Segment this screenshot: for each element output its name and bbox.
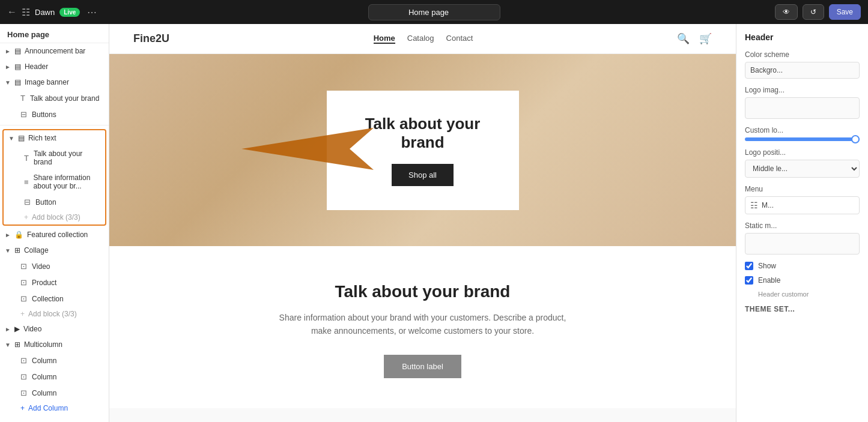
back-icon[interactable]: ← <box>7 7 17 17</box>
rich-text-children: T Talk about your brand ≡ Share informat… <box>4 146 105 225</box>
sidebar-item-header[interactable]: ► ▤ Header <box>0 59 109 74</box>
logo-position-label: Logo positi... <box>745 148 860 157</box>
store-name: Dawn <box>35 8 55 17</box>
add-block-rich-text[interactable]: + Add block (3/3) <box>18 210 105 225</box>
show-checkbox-row: Show <box>745 262 860 270</box>
rich-text-title: Talk about your brand <box>133 282 712 301</box>
enable-label: Enable <box>758 276 780 285</box>
show-label: Show <box>758 262 776 270</box>
color-scheme-input[interactable] <box>745 62 860 79</box>
chevron-right-icon2: ► <box>5 64 11 70</box>
product-label: Product <box>32 279 56 287</box>
menu-label: Menu <box>745 185 860 193</box>
share-info-label: Share information about your br... <box>34 173 99 190</box>
menu-preview[interactable]: ☷ M... <box>745 196 860 214</box>
sidebar-item-multicolumn[interactable]: ▼ ⊞ Multicolumn <box>0 337 109 352</box>
logo-position-select[interactable]: Middle le... <box>745 160 860 178</box>
show-checkbox[interactable] <box>745 262 753 270</box>
right-panel-title: Header <box>745 32 860 42</box>
topbar: ← ☷ Dawn Live ⋯ Home page 👁 ↺ Save <box>0 0 868 24</box>
lock-icon: 🔒 <box>14 231 23 239</box>
sidebar-item-product[interactable]: ⊡ Product <box>14 274 109 291</box>
chevron-down-icon3: ▼ <box>5 247 11 254</box>
sidebar-item-talk-brand-1[interactable]: T Talk about your brand <box>14 90 109 106</box>
undo-button[interactable]: ↺ <box>803 4 824 20</box>
featured-collection-label: Featured collection <box>27 231 88 239</box>
sidebar-item-buttons[interactable]: ⊟ Buttons <box>14 106 109 122</box>
static-menu-label: Static m... <box>745 222 860 230</box>
buttons-icon: ⊟ <box>20 110 27 119</box>
image-banner-label: Image banner <box>25 78 69 86</box>
add-block-collage-label: Add block (3/3) <box>28 310 77 318</box>
sidebar-item-col2[interactable]: ⊡ Column <box>14 369 109 385</box>
eye-button[interactable]: 👁 <box>775 4 798 20</box>
enable-checkbox[interactable] <box>745 276 753 285</box>
logo-image-field[interactable] <box>745 97 860 119</box>
search-icon[interactable]: 🔍 <box>677 32 690 45</box>
add-column[interactable]: + Add Column <box>14 401 109 415</box>
sidebar-item-video[interactable]: ⊡ Video <box>14 258 109 274</box>
grid-icon[interactable]: ☷ <box>22 7 30 18</box>
store-nav: Fine2U Home Catalog Contact 🔍 🛒 <box>109 24 736 54</box>
rich-text-icon: ▤ <box>18 134 25 142</box>
cart-icon[interactable]: 🛒 <box>699 32 712 45</box>
nav-link-catalog[interactable]: Catalog <box>407 34 434 44</box>
save-button[interactable]: Save <box>829 4 861 20</box>
col2-icon: ⊡ <box>20 372 27 381</box>
col1-label: Column <box>32 357 56 365</box>
sidebar-item-collage[interactable]: ▼ ⊞ Collage <box>0 243 109 258</box>
sidebar-item-share-info[interactable]: ≡ Share information about your br... <box>18 170 105 194</box>
sidebar-item-announcement-bar[interactable]: ► ▤ Announcement bar <box>0 43 109 59</box>
col3-label: Column <box>32 389 56 397</box>
sidebar-item-rich-text[interactable]: ▼ ▤ Rich text <box>4 130 105 146</box>
hero-banner: Talk about your brand Shop all <box>109 54 736 246</box>
chevron-right-icon4: ► <box>5 326 11 333</box>
button-label: Button <box>35 198 56 206</box>
nav-link-contact[interactable]: Contact <box>446 34 473 44</box>
more-icon[interactable]: ⋯ <box>87 7 97 18</box>
video-section-label: Video <box>23 325 41 333</box>
sidebar-item-talk-brand-2[interactable]: T Talk about your brand <box>18 146 105 170</box>
add-block-label: Add block (3/3) <box>32 213 80 222</box>
video-icon1: ⊡ <box>20 262 27 271</box>
store-nav-links: Home Catalog Contact <box>374 34 473 44</box>
collage-children: ⊡ Video ⊡ Product ⊡ Collection + Add blo… <box>0 258 109 321</box>
custom-logo-label: Custom lo... <box>745 126 860 134</box>
theme-settings-link[interactable]: THEME SET... <box>745 305 860 313</box>
static-menu-field[interactable] <box>745 233 860 255</box>
main-layout: Home page ► ▤ Announcement bar ► ▤ Heade… <box>0 24 868 422</box>
plus-icon1: + <box>24 213 28 222</box>
play-icon: ▶ <box>14 325 20 333</box>
add-section-button[interactable]: + Add section <box>0 418 109 422</box>
svg-marker-0 <box>241 128 374 170</box>
add-column-label: Add Column <box>28 404 68 412</box>
topbar-right: 👁 ↺ Save <box>580 4 861 20</box>
add-block-collage[interactable]: + Add block (3/3) <box>14 307 109 321</box>
share-icon: ≡ <box>24 178 29 187</box>
multicolumn-icon: ⊞ <box>14 340 20 349</box>
sidebar-header: Home page <box>0 24 109 43</box>
sidebar-item-collection[interactable]: ⊡ Collection <box>14 291 109 307</box>
text-icon1: T <box>20 94 25 103</box>
custom-logo-slider[interactable] <box>745 137 860 141</box>
left-sidebar: Home page ► ▤ Announcement bar ► ▤ Heade… <box>0 24 109 422</box>
sidebar-item-image-banner[interactable]: ▼ ▤ Image banner <box>0 74 109 90</box>
page-selector[interactable]: Home page <box>368 4 500 20</box>
button-label-button[interactable]: Button label <box>384 355 461 378</box>
slider-thumb <box>851 135 860 143</box>
sidebar-item-button[interactable]: ⊟ Button <box>18 194 105 210</box>
sidebar-item-featured-collection[interactable]: ► 🔒 Featured collection <box>0 227 109 243</box>
announcement-label: Announcement bar <box>25 47 85 55</box>
image-banner-children: T Talk about your brand ⊟ Buttons <box>0 90 109 122</box>
multicolumn-label: Multicolumn <box>24 340 62 349</box>
logo-image-label: Logo imag... <box>745 86 860 94</box>
store-logo: Fine2U <box>133 32 169 45</box>
shop-all-button[interactable]: Shop all <box>392 164 454 186</box>
hero-arrow <box>241 125 392 175</box>
topbar-left: ← ☷ Dawn Live ⋯ <box>7 7 288 18</box>
sidebar-item-col3[interactable]: ⊡ Column <box>14 385 109 401</box>
nav-link-home[interactable]: Home <box>374 34 395 44</box>
sidebar-item-video-section[interactable]: ► ▶ Video <box>0 321 109 337</box>
sidebar-item-col1[interactable]: ⊡ Column <box>14 352 109 369</box>
button-icon: ⊟ <box>24 197 31 206</box>
